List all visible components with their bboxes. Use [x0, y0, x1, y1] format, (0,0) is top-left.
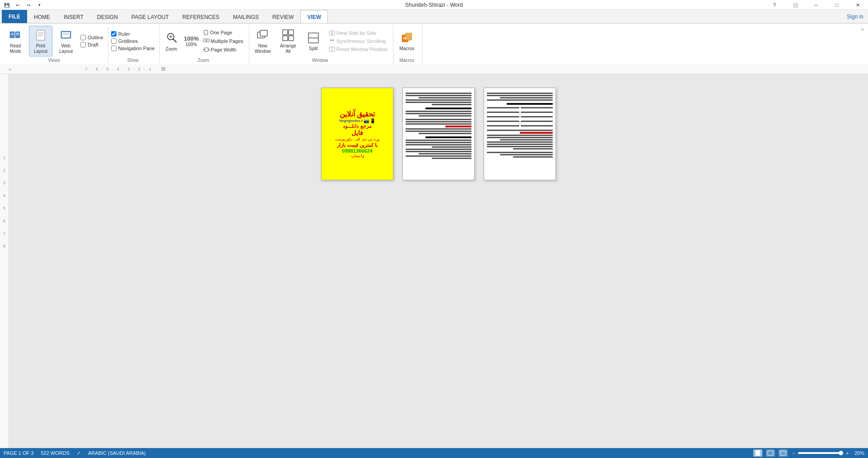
gridlines-input[interactable]: [111, 38, 117, 44]
p3-section4: [487, 152, 553, 158]
draft-checkbox[interactable]: Draft: [79, 42, 104, 48]
outline-input[interactable]: [80, 35, 86, 40]
zoom-thumb[interactable]: [839, 451, 843, 455]
gridlines-checkbox[interactable]: Gridlines: [110, 38, 156, 44]
p3-t3: [521, 112, 553, 113]
ribbon-group-macros: M Macros Macros: [393, 25, 423, 64]
outline-checkbox[interactable]: Outline: [79, 34, 104, 41]
customize-icon[interactable]: ▾: [34, 0, 44, 10]
tab-home[interactable]: HOME: [27, 10, 57, 23]
p3-line6: [487, 135, 553, 136]
multiple-pages-button[interactable]: Multiple Pages: [201, 37, 245, 45]
nav-pane-input[interactable]: [111, 46, 117, 51]
page1-url: Tahghighonline.ir: [339, 119, 363, 122]
page-width-button[interactable]: Page Width: [201, 46, 245, 53]
zoom-plus-icon[interactable]: ＋: [845, 450, 850, 457]
ribbon-display-icon[interactable]: ⬜: [785, 0, 806, 10]
ruler-v-1: 1: [3, 155, 5, 160]
read-mode-button[interactable]: ReadMode: [4, 26, 27, 56]
read-mode-icon: [8, 28, 23, 42]
svg-rect-35: [329, 31, 331, 35]
sign-in-link[interactable]: Sign in: [847, 14, 868, 20]
help-icon[interactable]: ?: [764, 0, 785, 10]
p3-line7: [487, 137, 553, 138]
one-page-button[interactable]: One Page: [201, 29, 245, 36]
zoom-options: One Page Multiple Pages: [201, 29, 245, 53]
p2-heading2: [425, 136, 471, 138]
macros-button[interactable]: M Macros: [395, 26, 419, 56]
p2-line21: [406, 151, 471, 152]
p3-line3: [500, 97, 553, 98]
ruler-collapse-icon[interactable]: ⊟: [161, 66, 165, 72]
ribbon-group-views: ReadMode PrintLayout: [2, 25, 108, 64]
ruler-input[interactable]: [111, 31, 117, 37]
svg-rect-24: [205, 48, 208, 51]
quick-access-toolbar: 💾 ↩ ↪ ▾: [0, 0, 44, 10]
zoom-track[interactable]: [798, 452, 843, 454]
full-page-view-status-button[interactable]: [766, 449, 775, 457]
views-checkboxes: Outline Draft: [79, 34, 104, 48]
ruler-numbers: 7· 6· 5· 4· 3· 2· 1·: [85, 67, 159, 71]
zoom-minus-icon[interactable]: －: [791, 450, 796, 457]
p3-t8: [487, 121, 519, 122]
arrange-all-label: ArrangeAll: [280, 43, 296, 54]
p2-line13: [406, 128, 471, 130]
draft-input[interactable]: [80, 42, 86, 47]
synchronous-scrolling-button[interactable]: Synchronous Scrolling: [327, 37, 389, 45]
close-icon[interactable]: ✕: [847, 0, 868, 10]
page-3: [484, 88, 556, 180]
p3-t5: [521, 116, 553, 117]
svg-rect-42: [756, 450, 760, 456]
reset-window-position-button[interactable]: Reset Window Position: [327, 46, 389, 53]
p2-line1: [406, 93, 471, 94]
maximize-icon[interactable]: □: [826, 0, 847, 10]
tab-review[interactable]: REVIEW: [266, 10, 300, 23]
ruler-checkbox[interactable]: Ruler: [110, 31, 156, 37]
page-1-content: تحقیق آنلاین Tahghighonline.ir 📷 📱 مرجع …: [322, 88, 393, 180]
zoom-button[interactable]: Zoom: [162, 26, 182, 56]
tab-file[interactable]: FILE: [2, 10, 27, 23]
page1-icon2: 📱: [370, 118, 375, 123]
svg-rect-28: [260, 30, 267, 36]
status-right-area: － ＋ 20%: [753, 449, 864, 457]
tab-insert[interactable]: INSERT: [57, 10, 90, 23]
nav-pane-checkbox[interactable]: Navigation Pane: [110, 45, 156, 51]
p3-t7: [521, 121, 553, 122]
p3-t6: [487, 116, 519, 117]
page1-file-label: فایل: [351, 129, 363, 136]
tab-view[interactable]: VIEW: [300, 10, 328, 23]
print-view-status-button[interactable]: [753, 449, 762, 457]
tab-design[interactable]: DESIGN: [90, 10, 125, 23]
ruler-v-6: 6: [3, 219, 5, 223]
arrange-all-button[interactable]: ArrangeAll: [276, 26, 300, 56]
web-layout-button[interactable]: WebLayout: [54, 26, 78, 56]
tab-page-layout[interactable]: PAGE LAYOUT: [125, 10, 176, 23]
ruler-left-icon: ⌐: [9, 66, 12, 72]
status-bar: PAGE 1 OF 3 522 WORDS ✓ ARABIC (SAUDI AR…: [0, 448, 868, 458]
svg-rect-30: [289, 30, 294, 35]
print-layout-button[interactable]: PrintLayout: [29, 26, 52, 56]
new-window-button[interactable]: NewWindow: [251, 26, 275, 56]
p2-line18: [406, 144, 471, 145]
tab-references[interactable]: REFERENCES: [176, 10, 226, 23]
undo-icon[interactable]: ↩: [13, 0, 23, 10]
p2-line24: [432, 158, 471, 159]
page1-main-title: تحقیق آنلاین: [340, 110, 375, 118]
web-view-status-button[interactable]: [779, 449, 788, 457]
zoom-100-button[interactable]: 100% 100%: [183, 26, 200, 56]
ruler-v-7: 7: [3, 231, 5, 236]
page-2: [402, 88, 475, 180]
views-group-label: Views: [4, 57, 104, 64]
svg-rect-43: [768, 451, 773, 455]
minimize-icon[interactable]: ─: [806, 0, 826, 10]
ribbon-collapse-button[interactable]: ⌃: [859, 25, 868, 36]
p2-line12: [406, 123, 471, 125]
save-icon[interactable]: 💾: [2, 0, 12, 10]
view-side-by-side-button[interactable]: View Side by Side: [327, 29, 389, 37]
split-button[interactable]: Split: [302, 26, 325, 56]
zoom-group-label: Zoom: [162, 57, 245, 64]
ribbon-content: ReadMode PrintLayout: [0, 23, 868, 64]
p3-line13: [487, 152, 553, 153]
redo-icon[interactable]: ↪: [23, 0, 33, 10]
tab-mailings[interactable]: MAILINGS: [226, 10, 266, 23]
